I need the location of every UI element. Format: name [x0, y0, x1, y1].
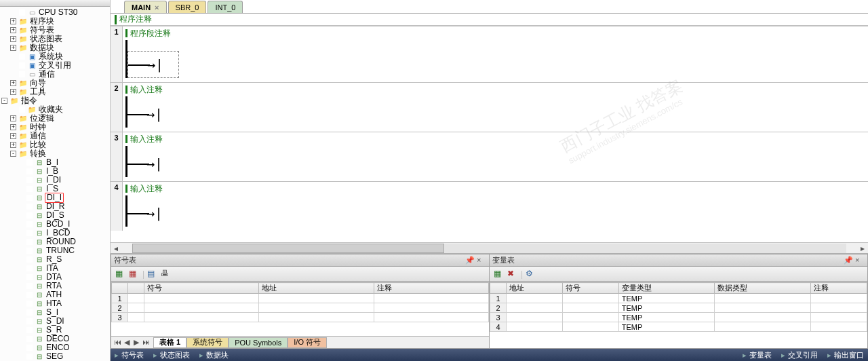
expand-icon[interactable]: +: [10, 45, 16, 51]
editor-hscrollbar[interactable]: ◂ ▸: [111, 242, 868, 253]
close-icon[interactable]: ×: [155, 3, 159, 12]
symbol-table-tabs[interactable]: ⏮ ◀ ▶ ⏭ 表格 1系统符号POU SymbolsI/O 符号: [111, 336, 489, 348]
status-item[interactable]: 输出窗口: [827, 350, 864, 360]
tab-MAIN[interactable]: MAIN×: [124, 1, 167, 13]
expand-icon[interactable]: +: [10, 133, 16, 139]
print-icon[interactable]: 🖶: [161, 269, 172, 280]
main-area: MAIN×SBR_0INT_0 程序注释 西门子工业 找答案 support.i…: [111, 0, 868, 361]
table-row[interactable]: 2TEMP: [490, 303, 867, 313]
tree-item-向导[interactable]: +📁向导: [0, 79, 110, 88]
status-item[interactable]: 符号表: [115, 350, 144, 360]
expand-icon[interactable]: +: [10, 142, 16, 148]
delete-row-icon[interactable]: ▦: [129, 269, 140, 280]
tree-item-工具[interactable]: +📁工具: [0, 88, 110, 96]
expand-icon[interactable]: +: [10, 115, 16, 121]
expand-icon[interactable]: +: [10, 89, 16, 95]
folder-icon: 📁: [18, 88, 28, 96]
editor-tabs[interactable]: MAIN×SBR_0INT_0: [111, 0, 868, 14]
expand-icon[interactable]: +: [10, 80, 16, 86]
tree-item-通信[interactable]: ▭通信: [0, 70, 110, 79]
tree-item-状态图表[interactable]: +📁状态图表: [0, 35, 110, 43]
tab-last-icon[interactable]: ⏭: [141, 338, 151, 347]
table-row[interactable]: 3: [112, 313, 489, 322]
project-tree[interactable]: ▭CPU ST30+📁程序块+📁符号表+📁状态图表+📁数据块▣系统块▣交叉引用▭…: [0, 7, 110, 361]
close-icon[interactable]: ×: [855, 256, 865, 265]
tree-item-时钟[interactable]: +📁时钟: [0, 123, 110, 132]
rung[interactable]: →|: [125, 146, 865, 177]
sheet-tab-POU Symbols[interactable]: POU Symbols: [229, 337, 288, 348]
project-tree-sidebar: ▭CPU ST30+📁程序块+📁符号表+📁状态图表+📁数据块▣系统块▣交叉引用▭…: [0, 0, 111, 361]
expand-icon[interactable]: +: [10, 36, 16, 42]
col-header[interactable]: 地址: [507, 283, 563, 294]
sheet-tab-I/O 符号[interactable]: I/O 符号: [288, 337, 327, 348]
build-icon[interactable]: ⚙: [526, 269, 536, 280]
network-2[interactable]: 2输入注释→|: [111, 82, 868, 132]
insert-row-icon[interactable]: ▦: [115, 269, 126, 280]
status-item[interactable]: 状态图表: [153, 350, 190, 360]
tree-item-比较[interactable]: +📁比较: [0, 140, 110, 149]
table-row[interactable]: 1: [112, 294, 489, 303]
status-item[interactable]: 变量表: [743, 350, 772, 360]
col-header[interactable]: 地址: [259, 283, 374, 294]
pin-icon[interactable]: 📌: [465, 256, 475, 265]
sheet-tab-表格 1[interactable]: 表格 1: [153, 337, 186, 348]
tab-prev-icon[interactable]: ◀: [122, 338, 132, 347]
sort-icon[interactable]: ▤: [147, 269, 158, 280]
symbol-table-grid[interactable]: 符号地址注释 123: [111, 282, 489, 336]
tab-first-icon[interactable]: ⏮: [113, 338, 122, 347]
table-row[interactable]: 2: [112, 303, 489, 313]
rung[interactable]: →|: [125, 40, 865, 78]
ladder-networks[interactable]: 西门子工业 找答案 support.industry.siemens.com/c…: [111, 26, 868, 242]
tree-item-位逻辑[interactable]: +📁位逻辑: [0, 114, 110, 123]
tree-item-收藏夹[interactable]: 📁收藏夹: [0, 105, 110, 114]
tree-item-通信[interactable]: +📁通信: [0, 132, 110, 140]
expand-icon[interactable]: +: [10, 124, 16, 130]
network-comment[interactable]: 程序段注释: [125, 28, 865, 39]
rung[interactable]: →|: [125, 96, 865, 128]
network-4[interactable]: 4输入注释→|: [111, 181, 868, 231]
collapse-icon[interactable]: -: [1, 98, 7, 104]
col-header[interactable]: 注释: [374, 283, 488, 294]
col-header[interactable]: 变量类型: [618, 283, 715, 294]
col-header[interactable]: 注释: [811, 283, 867, 294]
col-header[interactable]: 符号: [144, 283, 259, 294]
delete-row-icon[interactable]: ✖: [507, 269, 518, 280]
tree-item-交叉引用[interactable]: ▣交叉引用: [0, 61, 110, 70]
scroll-left-arrow[interactable]: ◂: [111, 244, 121, 253]
scroll-thumb[interactable]: [132, 244, 444, 253]
collapse-icon[interactable]: -: [10, 151, 16, 157]
status-item[interactable]: 交叉引用: [781, 350, 818, 360]
table-row[interactable]: 3TEMP: [490, 313, 867, 322]
scroll-track[interactable]: [132, 244, 846, 253]
col-header[interactable]: [112, 283, 128, 294]
inst-icon: ⊟: [34, 176, 45, 185]
tree-item-SEG[interactable]: ⊟SEG: [0, 352, 110, 361]
tree-item-CPU ST30[interactable]: ▭CPU ST30: [0, 8, 110, 17]
program-comment-bar[interactable]: 程序注释: [111, 14, 868, 26]
expand-icon[interactable]: +: [10, 27, 16, 33]
tree-item-程序块[interactable]: +📁程序块: [0, 17, 110, 26]
sheet-tab-系统符号[interactable]: 系统符号: [186, 337, 229, 348]
insert-row-icon[interactable]: ▦: [494, 269, 505, 280]
network-comment[interactable]: 输入注释: [125, 134, 865, 145]
status-item[interactable]: 数据块: [199, 350, 229, 360]
tab-INT_0[interactable]: INT_0: [208, 1, 243, 13]
tab-next-icon[interactable]: ▶: [132, 338, 141, 347]
network-3[interactable]: 3输入注释→|: [111, 132, 868, 181]
network-comment[interactable]: 输入注释: [125, 84, 865, 95]
tab-SBR_0[interactable]: SBR_0: [168, 1, 207, 13]
col-header[interactable]: [490, 283, 507, 294]
expand-icon[interactable]: +: [10, 18, 16, 24]
close-icon[interactable]: ×: [477, 256, 486, 265]
network-1[interactable]: 1程序段注释→|: [111, 26, 868, 82]
col-header[interactable]: 数据类型: [715, 283, 811, 294]
variable-table-grid[interactable]: 地址符号变量类型数据类型注释 1TEMP2TEMP3TEMP4TEMP: [490, 282, 867, 348]
table-row[interactable]: 1TEMP: [490, 294, 867, 303]
pin-icon[interactable]: 📌: [844, 256, 853, 265]
col-header[interactable]: 符号: [562, 283, 618, 294]
scroll-right-arrow[interactable]: ▸: [857, 244, 868, 253]
table-row[interactable]: 4TEMP: [490, 322, 867, 332]
col-header[interactable]: [128, 283, 144, 294]
rung[interactable]: →|: [125, 195, 865, 227]
network-comment[interactable]: 输入注释: [125, 183, 865, 194]
